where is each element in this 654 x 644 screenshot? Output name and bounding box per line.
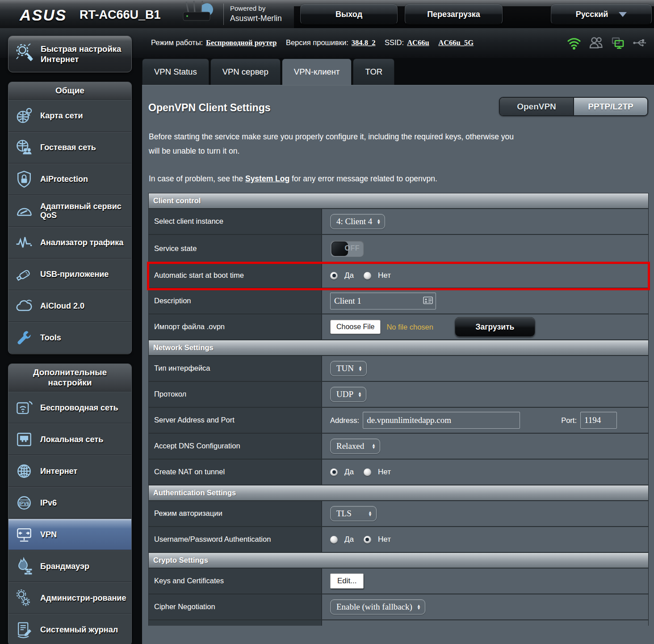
vpn-monitor-icon (13, 525, 35, 544)
globe-icon (13, 461, 35, 481)
sidebar-item-internet[interactable]: Интернет (8, 455, 131, 487)
openvpn-button[interactable]: OpenVPN (500, 98, 573, 115)
sidebar-item-label: AiCloud 2.0 (40, 301, 84, 311)
contact-card-icon[interactable] (423, 297, 433, 306)
usb-icon[interactable] (632, 35, 648, 53)
mode-value-link[interactable]: Беспроводной роутер (206, 38, 277, 47)
interface-type-select[interactable]: TUN ▲▼ (330, 361, 367, 376)
sidebar-general-section: Общие Карта сети Гостевая сеть (8, 82, 132, 354)
main-panel: OpenVPN Client Settings OpenVPN PPTP/L2T… (142, 85, 654, 644)
partial-label-cell (149, 620, 322, 626)
sidebar-item-system-log[interactable]: Системный журнал (8, 614, 131, 644)
sidebar-item-firewall[interactable]: Брандмауэр (8, 550, 131, 582)
sidebar-quick-setup-button[interactable]: Быстрая настройка Интернет (8, 36, 132, 72)
port-label: Port: (561, 416, 577, 425)
firmware-value-link[interactable]: 384.8_2 (352, 38, 376, 47)
cipher-select[interactable]: Enable (with fallback) ▲▼ (330, 599, 425, 615)
syslog-hint-paragraph: In case of problem, see the System Log f… (149, 174, 551, 184)
select-arrows-icon: ▲▼ (358, 366, 362, 372)
section-network-settings: Network Settings (149, 340, 648, 356)
sidebar-item-lan[interactable]: Локальная сеть (8, 423, 131, 455)
language-select[interactable]: Русский (551, 4, 652, 25)
sidebar-item-aiprotection[interactable]: AiProtection (8, 163, 131, 195)
sidebar-item-traffic-analyzer[interactable]: Анализатор трафика (8, 227, 131, 259)
client-instance-select[interactable]: 4: Client 4 ▲▼ (330, 214, 385, 229)
autostart-no-radio[interactable] (364, 272, 371, 280)
status-icons (566, 35, 648, 53)
auth-mode-select[interactable]: TLS ▲▼ (330, 506, 377, 521)
sidebar-item-qos[interactable]: Адаптивный сервис QoS (8, 195, 131, 227)
qos-gauge-icon (13, 201, 35, 221)
section-authentication: Authentication Settings (149, 485, 648, 501)
traffic-analyzer-icon (13, 233, 35, 252)
port-input[interactable] (580, 412, 617, 429)
sidebar-item-label: Беспроводная сеть (40, 403, 118, 413)
select-arrows-icon: ▲▼ (417, 604, 421, 610)
address-input[interactable] (363, 412, 520, 429)
toggle-off-label: OFF (345, 244, 360, 252)
top-header: ASUS RT-AC66U_B1 Powered by Asuswrt-Merl… (0, 0, 654, 28)
autostart-yes-radio[interactable] (330, 272, 338, 280)
server-address-label: Server Address and Port (149, 408, 322, 433)
select-arrows-icon: ▲▼ (368, 511, 372, 517)
devices-icon[interactable] (610, 35, 626, 53)
asus-logo[interactable]: ASUS (20, 6, 67, 24)
sidebar-item-label: Брандмауэр (40, 562, 89, 571)
mode-label: Режим работы: (151, 38, 203, 46)
sidebar-item-usb-application[interactable]: USB-приложение (8, 259, 131, 290)
userpass-yes-radio[interactable] (330, 536, 338, 544)
sidebar-item-guest-network[interactable]: Гостевая сеть (8, 132, 131, 163)
router-info-line: Режим работы:Беспроводной роутер Версия … (151, 38, 481, 47)
nat-no-radio[interactable] (364, 468, 371, 476)
userpass-yes-label: Да (344, 535, 354, 544)
clients-icon[interactable] (588, 35, 604, 53)
vpn-type-switch: OpenVPN PPTP/L2TP (499, 97, 648, 116)
nat-no-label: Нет (378, 468, 391, 477)
advanced-header-line1: Дополнительные (33, 368, 107, 377)
network-map-icon (13, 106, 35, 125)
select-instance-label: Select client instance (149, 209, 322, 234)
protocol-label: Протокол (149, 382, 322, 407)
wifi-status-icon[interactable] (566, 35, 582, 53)
ssid-24-link[interactable]: AC66u (407, 38, 429, 47)
sidebar-item-aicloud[interactable]: AiCloud 2.0 (8, 290, 131, 322)
row-select-client-instance: Select client instance 4: Client 4 ▲▼ (149, 209, 648, 235)
sidebar-item-network-map[interactable]: Карта сети (8, 100, 131, 132)
system-log-link[interactable]: System Log (245, 174, 289, 183)
pptp-l2tp-button[interactable]: PPTP/L2TP (573, 98, 647, 115)
tab-vpn-client[interactable]: VPN-клиент (282, 59, 352, 85)
tab-vpn-status[interactable]: VPN Status (142, 59, 209, 85)
choose-file-button[interactable]: Choose File (330, 320, 381, 334)
select-arrows-icon: ▲▼ (377, 219, 381, 225)
ssid-5-link[interactable]: AC66u_5G (438, 38, 474, 47)
row-protocol: Протокол UDP ▲▼ (149, 382, 648, 408)
powered-by-block: Powered by Asuswrt-Merlin (223, 4, 282, 25)
tab-tor[interactable]: TOR (353, 59, 394, 85)
userpass-no-radio[interactable] (364, 536, 371, 544)
protocol-select[interactable]: UDP ▲▼ (330, 387, 366, 402)
sidebar-item-label: Интернет (40, 467, 77, 476)
upload-button[interactable]: Загрузить (455, 317, 535, 337)
nat-yes-radio[interactable] (330, 468, 338, 476)
tab-vpn-server[interactable]: VPN сервер (210, 59, 281, 85)
logout-button[interactable]: Выход (300, 4, 398, 25)
sidebar-item-vpn[interactable]: VPN (8, 519, 131, 550)
sidebar-item-tools[interactable]: Tools (8, 322, 131, 354)
hint-post: for any error message related to openvpn… (289, 174, 437, 183)
ipv6-icon: IPV6 (13, 493, 35, 513)
system-log-icon (13, 620, 35, 640)
description-input[interactable] (330, 293, 436, 309)
create-nat-label: Create NAT on tunnel (149, 460, 322, 485)
service-state-toggle[interactable]: OFF (330, 240, 364, 257)
sidebar-item-label: Гостевая сеть (40, 143, 96, 152)
sidebar-item-label: VPN (40, 530, 57, 539)
edit-keys-button[interactable]: Edit... (330, 573, 364, 589)
reboot-button[interactable]: Перезагрузка (405, 4, 503, 25)
accept-dns-select[interactable]: Relaxed ▲▼ (330, 439, 380, 454)
row-server-address-port: Server Address and Port Address: Port: (149, 408, 648, 434)
sidebar-item-label: Адаптивный сервис QoS (40, 202, 129, 220)
sidebar-item-ipv6[interactable]: IPV6 IPv6 (8, 487, 131, 519)
autostart-label: Automatic start at boot time (149, 263, 322, 288)
sidebar-item-administration[interactable]: Администри-рование (8, 582, 131, 614)
sidebar-item-wireless[interactable]: Беспроводная сеть (8, 392, 131, 423)
